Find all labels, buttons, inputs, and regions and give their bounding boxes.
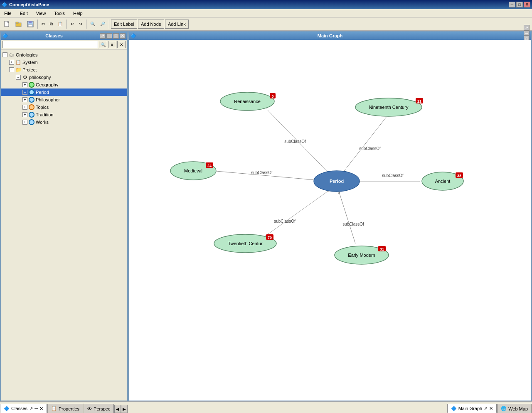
classes-panel-controls[interactable]: ↗ ─ □ ✕ [100,33,126,39]
graph-panel-float[interactable]: ↗ [524,25,530,30]
edge-label-twentieth: subClassOf [274,219,296,224]
tree-item-ontologies[interactable]: − 🗂 Ontologies [1,51,127,59]
web-map-tab-icon: 🌐 [501,406,507,411]
window-controls[interactable]: ─ □ ✕ [509,2,530,7]
tree-item-tradition[interactable]: + Tradition [1,111,127,118]
cut-button[interactable]: ✂ [39,19,47,29]
geography-icon [28,81,35,88]
expand-topics[interactable]: + [22,105,27,110]
separator-2 [66,20,67,29]
new-button[interactable] [2,19,12,29]
tab-properties[interactable]: 📋 Properties [47,404,83,413]
graph-panel-icon: 🔷 [131,33,136,39]
arrow-earlymodern [339,192,355,243]
period-label: Period [36,90,49,95]
search-input[interactable] [2,41,98,48]
redo-button[interactable]: ↪ [77,19,84,29]
expand-system[interactable]: + [9,60,14,65]
close-search-button[interactable]: ✕ [117,41,126,48]
badge-renaissance: 0 [271,94,273,98]
classes-panel-float[interactable]: ↗ [100,33,106,39]
tab-web-map[interactable]: 🌐 Web Map [497,404,532,413]
tab-main-graph[interactable]: 🔷 Main Graph ↗ ✕ [447,404,497,413]
menu-help[interactable]: Help [71,10,85,17]
node-period-label: Period [330,179,344,184]
expand-philosophy[interactable]: − [16,75,21,80]
tab-classes[interactable]: 🔷 Classes ↗ ─ ✕ [0,404,47,413]
classes-tab-min[interactable]: ─ [34,406,38,411]
edge-label-earlymodern: subClassOf [342,222,364,226]
save-button[interactable] [25,19,36,29]
philosophy-label: philosophy [29,75,51,80]
tab-nav-left[interactable]: ◀ [114,405,121,413]
edge-label-ancient: subClassOf [382,173,404,178]
separator-4 [109,20,109,29]
topics-icon [28,104,35,111]
node-nineteenth[interactable]: Nineteenth Century [355,98,422,116]
menu-edit[interactable]: Edit [17,10,30,17]
node-period-center[interactable]: Period [314,171,360,192]
tree-item-geography[interactable]: + Geography [1,81,127,88]
philosopher-icon [28,96,35,103]
main-graph-tab-close[interactable]: ✕ [489,406,493,411]
menu-file[interactable]: File [2,10,14,17]
works-icon [28,119,35,125]
main-content: 🔷 Classes ↗ ─ □ ✕ 🔍 ≡ ✕ − 🗂 Ontologies [0,31,532,401]
main-graph-tab-arrow: ↗ [484,406,488,411]
expand-works[interactable]: + [22,120,27,125]
project-icon: 📁 [15,66,22,73]
classes-panel-title: Classes [45,33,63,38]
perspective-tab-label: Perspec [94,406,110,411]
main-graph-tab-label: Main Graph [458,406,482,411]
expand-philosopher[interactable]: + [22,97,27,102]
open-button[interactable] [13,19,24,29]
expand-tradition[interactable]: + [22,112,27,117]
classes-tab-icon: 🔷 [4,406,10,411]
tree-item-philosophy[interactable]: − ⚙ philosophy [1,74,127,81]
svg-rect-2 [16,22,18,23]
classes-panel-close[interactable]: ✕ [120,33,126,39]
classes-tab-close[interactable]: ✕ [39,406,43,411]
tab-perspective[interactable]: 👁 Perspec [84,404,114,413]
tree-item-works[interactable]: + Works [1,118,127,126]
expand-geography[interactable]: + [22,82,27,87]
classes-panel-header: 🔷 Classes ↗ ─ □ ✕ [1,32,127,40]
menu-tools[interactable]: Tools [52,10,67,17]
zoom-in-button[interactable]: 🔍 [88,19,97,29]
edit-label-button[interactable]: Edit Label [111,20,137,29]
graph-canvas[interactable]: subClassOf subClassOf subClassOf subClas… [129,40,531,401]
classes-panel-maximize[interactable]: □ [113,33,119,39]
clear-button[interactable]: ≡ [108,41,116,48]
undo-button[interactable]: ↩ [69,19,76,29]
badge-nineteenth: 21 [417,99,421,103]
add-link-button[interactable]: Add Link [165,20,189,29]
arrow-nineteenth [342,117,387,174]
classes-panel-minimize[interactable]: ─ [106,33,112,39]
svg-rect-5 [28,25,32,27]
maximize-button[interactable]: □ [516,2,523,7]
copy-button[interactable]: ⧉ [48,19,55,29]
add-node-button[interactable]: Add Node [138,20,164,29]
properties-tab-label: Properties [59,406,79,411]
philosopher-label: Philosopher [36,97,60,102]
badge-ancient: 38 [457,174,461,178]
expand-project[interactable]: − [9,67,14,72]
tree-item-topics[interactable]: + Topics [1,103,127,111]
expand-period[interactable]: − [22,90,27,95]
graph-panel-minimize[interactable]: ─ [524,30,530,36]
tab-nav-right[interactable]: ▶ [121,405,128,413]
menu-view[interactable]: View [34,10,49,17]
tree-item-system[interactable]: + 📋 System [1,59,127,66]
paste-button[interactable]: 📋 [56,19,65,29]
close-button[interactable]: ✕ [524,2,530,7]
main-graph-tab-icon: 🔷 [451,406,457,411]
minimize-button[interactable]: ─ [509,2,515,7]
node-renaissance[interactable]: Renaissance [220,92,274,111]
tree-item-philosopher[interactable]: + Philosopher [1,96,127,103]
tree-item-period[interactable]: − Period [1,88,127,96]
period-icon [28,89,35,96]
expand-ontologies[interactable]: − [2,52,7,57]
tree-item-project[interactable]: − 📁 Project [1,66,127,74]
zoom-out-button[interactable]: 🔎 [98,19,107,29]
search-button[interactable]: 🔍 [99,41,107,48]
